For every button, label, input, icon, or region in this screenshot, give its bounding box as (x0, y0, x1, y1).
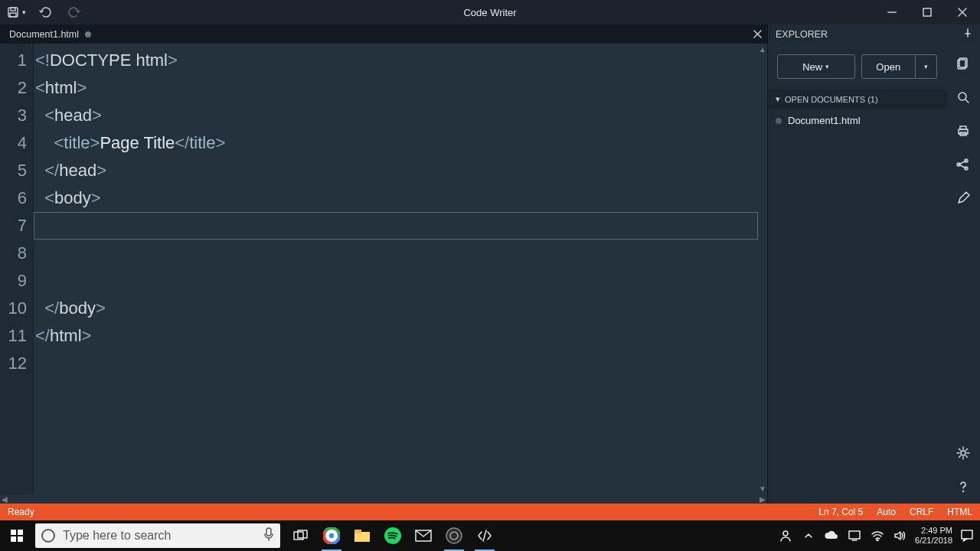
close-button[interactable] (945, 0, 980, 24)
tray-chevron-icon[interactable] (800, 520, 817, 551)
svg-rect-22 (18, 530, 23, 535)
tab-strip: Document1.html EXPLORER (0, 24, 980, 44)
status-bar: Ready Ln 7, Col 5 Auto CRLF HTML (0, 504, 980, 520)
status-ready: Ready (8, 507, 34, 517)
icon-strip (946, 44, 980, 504)
search-icon[interactable] (954, 88, 972, 106)
volume-icon[interactable] (892, 520, 909, 551)
code-area[interactable]: <!DOCTYPE html><html> <head> <title>Page… (34, 44, 758, 494)
mic-icon[interactable] (263, 527, 274, 544)
save-button[interactable]: ▾ (5, 0, 28, 24)
svg-line-12 (965, 99, 969, 103)
task-view-icon[interactable] (288, 520, 314, 551)
svg-rect-35 (354, 530, 361, 533)
pin-icon[interactable] (963, 28, 972, 40)
code-editor[interactable]: 123456789101112 <!DOCTYPE html><html> <h… (0, 44, 767, 494)
svg-point-40 (783, 531, 788, 536)
horizontal-scrollbar[interactable]: ◀ ▶ (0, 494, 767, 504)
svg-rect-25 (266, 528, 271, 536)
tab-label: Document1.html (9, 29, 79, 40)
tab-close-button[interactable] (747, 24, 767, 44)
status-eol[interactable]: CRLF (910, 507, 933, 517)
svg-rect-21 (11, 530, 16, 535)
mail-icon[interactable] (410, 520, 436, 551)
svg-rect-14 (960, 126, 966, 129)
cortana-icon (41, 529, 55, 543)
edit-icon[interactable] (954, 189, 972, 207)
line-gutter: 123456789101112 (0, 44, 34, 494)
code-writer-icon[interactable] (472, 520, 498, 551)
svg-rect-2 (10, 13, 16, 17)
explorer-header: EXPLORER (767, 24, 980, 44)
svg-point-19 (961, 451, 965, 455)
obs-icon[interactable] (441, 520, 467, 551)
status-cursor[interactable]: Ln 7, Col 5 (818, 507, 863, 517)
chevron-down-icon: ▾ (776, 94, 780, 104)
settings-icon[interactable] (954, 444, 972, 462)
wifi-icon[interactable] (869, 520, 886, 551)
scroll-right-icon[interactable]: ▶ (760, 495, 766, 504)
chrome-icon[interactable] (318, 520, 345, 551)
title-bar: ▾ Code Writer (0, 0, 980, 24)
svg-rect-41 (849, 531, 860, 539)
status-encoding[interactable]: Auto (877, 507, 896, 517)
svg-point-38 (446, 528, 462, 543)
spotify-icon[interactable] (380, 520, 406, 551)
status-language[interactable]: HTML (947, 507, 972, 517)
explorer-panel: New▾ Open ▾ ▾ OPEN DOCUMENTS (1) Documen… (767, 44, 946, 504)
print-icon[interactable] (954, 122, 972, 140)
share-icon[interactable] (954, 155, 972, 174)
new-button[interactable]: New▾ (777, 54, 855, 79)
taskbar-search[interactable]: Type here to search (35, 523, 280, 548)
scroll-up-icon[interactable]: ▲ (759, 45, 766, 54)
svg-rect-44 (962, 530, 972, 539)
action-center-icon[interactable] (959, 520, 975, 551)
minimize-button[interactable] (874, 0, 910, 24)
dirty-indicator-icon (85, 31, 91, 37)
people-icon[interactable] (777, 520, 794, 551)
open-document-item[interactable]: Document1.html (768, 109, 946, 132)
start-button[interactable] (0, 520, 34, 551)
open-documents-section[interactable]: ▾ OPEN DOCUMENTS (1) (768, 90, 946, 109)
svg-point-20 (963, 491, 964, 492)
file-explorer-icon[interactable] (349, 520, 375, 551)
svg-rect-24 (18, 536, 23, 542)
undo-button[interactable] (34, 0, 57, 24)
vertical-scrollbar[interactable]: ▲ ▼ (758, 44, 767, 494)
search-placeholder: Type here to search (63, 529, 171, 543)
scroll-left-icon[interactable]: ◀ (2, 495, 8, 504)
copy-icon[interactable] (954, 54, 972, 73)
taskbar: Type here to search 2:49 PM 6/21/2018 (0, 520, 980, 551)
scroll-down-icon[interactable]: ▼ (759, 484, 766, 493)
explorer-title: EXPLORER (776, 29, 828, 40)
network-icon[interactable] (846, 520, 863, 551)
redo-button[interactable] (63, 0, 86, 24)
svg-rect-4 (923, 8, 931, 16)
svg-rect-23 (11, 536, 16, 542)
open-dropdown-button[interactable]: ▾ (916, 54, 937, 79)
document-tab[interactable]: Document1.html (0, 24, 100, 44)
help-icon[interactable] (954, 478, 972, 496)
taskbar-clock[interactable]: 2:49 PM 6/21/2018 (915, 526, 952, 546)
open-button[interactable]: Open (861, 54, 916, 79)
maximize-button[interactable] (910, 0, 945, 24)
svg-point-43 (877, 540, 878, 541)
svg-rect-1 (11, 8, 15, 11)
onedrive-icon[interactable] (823, 520, 840, 551)
window-title: Code Writer (0, 7, 980, 18)
